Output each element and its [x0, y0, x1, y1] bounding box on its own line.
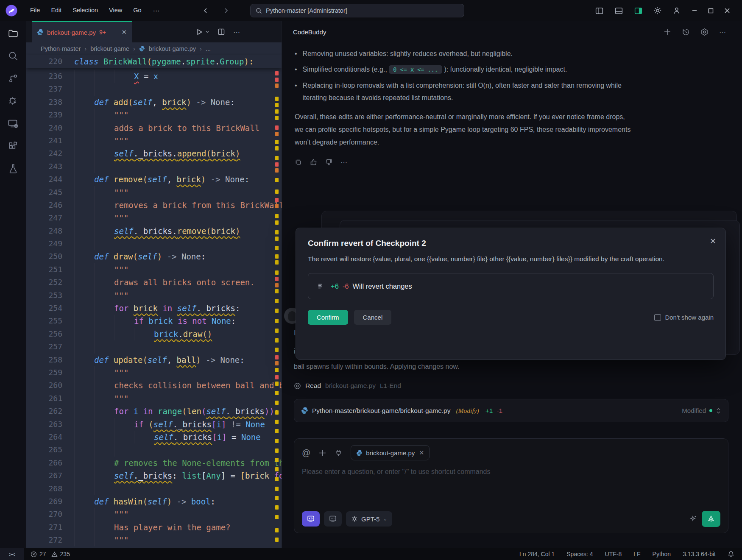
copy-icon[interactable]: [295, 159, 302, 166]
run-file-button[interactable]: [196, 28, 209, 36]
menu-file[interactable]: File: [25, 7, 45, 15]
thumbs-up-icon[interactable]: [310, 159, 317, 166]
toggle-panel-bottom-icon[interactable]: [614, 6, 623, 15]
source-control-icon[interactable]: [8, 73, 19, 84]
code-line[interactable]: 236X = x: [26, 70, 282, 83]
encoding[interactable]: UTF-8: [605, 551, 622, 557]
craft-mode-button[interactable]: [302, 511, 320, 527]
chat-mode-button[interactable]: [324, 511, 342, 527]
sticky-scroll-line[interactable]: 220class BrickWall(pygame.sprite.Group):: [26, 55, 282, 68]
thumbs-down-icon[interactable]: [325, 159, 332, 166]
send-button[interactable]: [702, 511, 720, 527]
codebuddy-more-icon[interactable]: ⋯: [719, 28, 727, 36]
code-line[interactable]: 245""": [26, 186, 282, 199]
tab-brickout-game[interactable]: brickout-game.py 9+ ✕: [32, 21, 132, 42]
extensions-icon[interactable]: [8, 141, 19, 152]
toggle-sidebar-right-icon[interactable]: [634, 6, 643, 15]
code-line[interactable]: 261""": [26, 392, 282, 405]
settings-gear-icon[interactable]: [653, 6, 662, 15]
code-line[interactable]: 242self._bricks.append(brick): [26, 147, 282, 160]
code-line[interactable]: 263if (self._bricks[i] != None: [26, 418, 282, 431]
code-line[interactable]: 258def update(self, ball) -> None:: [26, 354, 282, 366]
remote-window-indicator[interactable]: ><: [0, 548, 24, 560]
context-file-chip[interactable]: brickout-game.py ✕: [351, 445, 430, 460]
editor-more-actions-icon[interactable]: ⋯: [233, 28, 241, 36]
menu-view[interactable]: View: [103, 7, 128, 15]
menu-edit[interactable]: Edit: [45, 7, 67, 15]
navigate-forward-icon[interactable]: [223, 8, 229, 14]
code-line[interactable]: 253""": [26, 289, 282, 302]
code-line[interactable]: 251""": [26, 263, 282, 276]
code-line[interactable]: 271Has player win the game?: [26, 521, 282, 534]
code-line[interactable]: 254for brick in self._bricks:: [26, 302, 282, 315]
window-minimize-icon[interactable]: [692, 8, 697, 14]
modified-file-row[interactable]: Python-master/brickout-game/brickout-gam…: [294, 399, 728, 422]
mention-icon[interactable]: @: [302, 448, 310, 458]
toggle-sidebar-left-icon[interactable]: [595, 6, 604, 15]
remote-explorer-icon[interactable]: [7, 118, 19, 129]
code-line[interactable]: 257: [26, 340, 282, 353]
code-line[interactable]: 255if brick is not None:: [26, 315, 282, 327]
testing-flask-icon[interactable]: [8, 163, 19, 174]
code-line[interactable]: 269def hasWin(self) -> bool:: [26, 495, 282, 508]
code-line[interactable]: 238def add(self, brick) -> None:: [26, 96, 282, 109]
add-context-icon[interactable]: [318, 449, 326, 457]
breadcrumb-file[interactable]: brickout-game.py: [149, 45, 196, 52]
code-line[interactable]: 266# removes the None-elements from the …: [26, 457, 282, 469]
enhance-prompt-icon[interactable]: [689, 515, 697, 523]
cursor-position[interactable]: Ln 284, Col 1: [519, 551, 555, 557]
code-line[interactable]: 256brick.draw(): [26, 328, 282, 340]
code-line[interactable]: 239""": [26, 109, 282, 121]
tab-close-icon[interactable]: ✕: [121, 28, 127, 36]
split-editor-icon[interactable]: [218, 28, 225, 36]
window-maximize-icon[interactable]: [708, 8, 714, 14]
codebuddy-settings-icon[interactable]: [700, 28, 709, 36]
dont-show-again-option[interactable]: Don't show again: [654, 314, 714, 321]
code-line[interactable]: 267self._bricks: list[Any] = [brick for: [26, 469, 282, 482]
problems-indicator[interactable]: 27 235: [24, 551, 70, 557]
language-mode[interactable]: Python: [653, 551, 671, 557]
code-line[interactable]: 262for i in range(len(self._bricks)):: [26, 405, 282, 418]
expand-collapse-icon[interactable]: [716, 407, 721, 414]
overview-ruler[interactable]: [275, 21, 279, 548]
code-line[interactable]: 260checks collision between ball and bri…: [26, 379, 282, 392]
menu-go[interactable]: Go: [128, 7, 147, 15]
navigate-back-icon[interactable]: [203, 8, 209, 14]
confirm-button[interactable]: Confirm: [308, 310, 348, 325]
breadcrumb-folder[interactable]: brickout-game: [90, 45, 129, 52]
menu-overflow-icon[interactable]: ⋯: [147, 7, 167, 15]
run-debug-icon[interactable]: [8, 95, 19, 106]
code-line[interactable]: 248self._bricks.remove(brick): [26, 225, 282, 237]
message-more-icon[interactable]: ⋯: [340, 158, 348, 166]
search-sidebar-icon[interactable]: [8, 50, 19, 61]
dont-show-again-checkbox[interactable]: [654, 314, 661, 321]
code-line[interactable]: 268: [26, 482, 282, 495]
code-line[interactable]: 237: [26, 83, 282, 95]
notifications-bell-icon[interactable]: [728, 551, 734, 557]
code-line[interactable]: 243: [26, 160, 282, 173]
breadcrumb-symbol[interactable]: ...: [206, 45, 211, 52]
code-line[interactable]: 249: [26, 237, 282, 250]
chat-input-card[interactable]: @ brickout-game.py ✕ Please enter a ques…: [294, 438, 728, 533]
interpreter-version[interactable]: 3.13.3 64-bit: [683, 551, 716, 557]
remove-context-icon[interactable]: ✕: [419, 449, 424, 456]
chat-history-icon[interactable]: [682, 28, 690, 36]
code-line[interactable]: 270""": [26, 508, 282, 521]
command-search-box[interactable]: Python-master [Administrator]: [250, 4, 464, 17]
code-line[interactable]: 252draws all bricks onto screen.: [26, 276, 282, 289]
code-line[interactable]: 264self._bricks[i] = None: [26, 431, 282, 443]
code-line[interactable]: 246removes a brick from this BrickWall: [26, 199, 282, 212]
code-line[interactable]: 259""": [26, 366, 282, 379]
code-line[interactable]: 244def remove(self, brick) -> None:: [26, 173, 282, 186]
model-selector[interactable]: GPT-5 ⌄: [346, 511, 392, 527]
code-line[interactable]: 240adds a brick to this BrickWall: [26, 122, 282, 134]
chat-input[interactable]: Please enter a question, or enter "/" to…: [294, 460, 728, 476]
window-close-icon[interactable]: [724, 8, 730, 14]
account-icon[interactable]: [672, 6, 681, 15]
code-line[interactable]: 247""": [26, 212, 282, 224]
new-chat-icon[interactable]: [664, 28, 671, 36]
menu-selection[interactable]: Selection: [67, 7, 103, 15]
mcp-plug-icon[interactable]: [335, 449, 343, 457]
code-line[interactable]: 265: [26, 443, 282, 456]
cancel-button[interactable]: Cancel: [354, 310, 392, 325]
